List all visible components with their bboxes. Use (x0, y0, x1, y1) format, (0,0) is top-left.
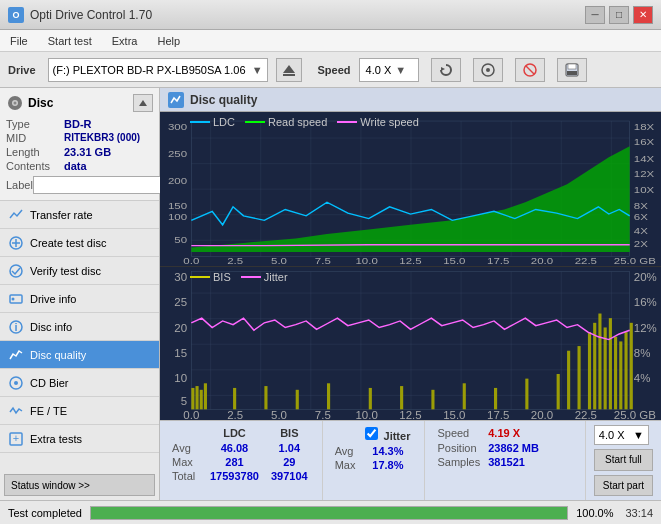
legend-ldc: LDC (190, 116, 235, 128)
svg-text:5: 5 (181, 395, 187, 406)
sidebar-item-extra-tests[interactable]: + Extra tests (0, 425, 159, 453)
menu-file[interactable]: File (4, 33, 34, 49)
eject-button[interactable] (276, 58, 302, 82)
svg-text:250: 250 (168, 148, 187, 159)
nav-item-disc-info-label: Disc info (30, 321, 72, 333)
svg-point-17 (10, 265, 22, 277)
svg-rect-56 (191, 271, 629, 409)
disc-type-key: Type (6, 118, 64, 130)
speed-label: Speed (318, 64, 351, 76)
close-button[interactable]: ✕ (633, 6, 653, 24)
disc-info-icon: i (8, 319, 24, 335)
svg-text:18X: 18X (634, 121, 654, 132)
disc-label-row: Label ⭐ (6, 176, 153, 194)
svg-rect-78 (609, 318, 612, 409)
svg-text:300: 300 (168, 121, 187, 132)
disc-contents-key: Contents (6, 160, 64, 172)
status-window-button[interactable]: Status window >> (4, 474, 155, 496)
menu-extra[interactable]: Extra (106, 33, 144, 49)
disc-length-row: Length 23.31 GB (6, 146, 153, 158)
disc-contents-row: Contents data (6, 160, 153, 172)
speed-position-stats: Speed 4.19 X Position 23862 MB Samples 3… (424, 421, 551, 500)
sidebar-item-verify-test-disc[interactable]: Verify test disc (0, 257, 159, 285)
disc-options-button[interactable] (133, 94, 153, 112)
speed-select[interactable]: 4.0 X ▼ (359, 58, 419, 82)
svg-text:25.0 GB: 25.0 GB (614, 409, 656, 420)
svg-text:2.5: 2.5 (227, 254, 243, 265)
svg-text:16X: 16X (634, 136, 654, 147)
sidebar-item-cd-bier[interactable]: CD Bier (0, 369, 159, 397)
nav-item-cd-bier-label: CD Bier (30, 377, 69, 389)
sidebar-item-fe-te[interactable]: FE / TE (0, 397, 159, 425)
svg-text:0.0: 0.0 (183, 254, 199, 265)
svg-rect-79 (614, 336, 617, 409)
samples-val: 381521 (484, 455, 543, 469)
svg-rect-72 (567, 350, 570, 409)
transfer-rate-icon (8, 207, 24, 223)
jitter-max-val: 17.8% (359, 458, 416, 472)
progress-bar-container (90, 506, 568, 520)
charts: LDC Read speed Write speed (160, 112, 661, 420)
jitter-checkbox-cell[interactable]: Jitter (359, 425, 416, 444)
sidebar-item-disc-quality[interactable]: Disc quality (0, 341, 159, 369)
cd-bier-icon (8, 375, 24, 391)
jitter-checkbox[interactable] (365, 427, 378, 440)
disc-quality-icon (8, 347, 24, 363)
nav-items: Transfer rate Create test disc Verify te… (0, 201, 159, 453)
status-window-area: Status window >> (0, 470, 159, 500)
speed-selector[interactable]: 4.0 X ▼ (594, 425, 649, 445)
svg-point-4 (486, 68, 490, 72)
sidebar-item-drive-info[interactable]: Drive info (0, 285, 159, 313)
nav-item-drive-info-label: Drive info (30, 293, 76, 305)
start-full-button[interactable]: Start full (594, 449, 653, 471)
main-content: Disc Type BD-R MID RITEKBR3 (000) Length… (0, 88, 661, 500)
status-text: Test completed (8, 507, 82, 519)
jitter-max-row: Max 17.8% (331, 458, 417, 472)
legend-read-speed-label: Read speed (268, 116, 327, 128)
drive-bar: Drive (F:) PLEXTOR BD-R PX-LB950SA 1.06 … (0, 52, 661, 88)
jitter-avg-row: Avg 14.3% (331, 444, 417, 458)
app-icon: O (8, 7, 24, 23)
svg-rect-63 (296, 389, 299, 409)
svg-text:10: 10 (174, 372, 187, 383)
svg-rect-80 (619, 341, 622, 409)
stats-max-row: Max 281 29 (168, 455, 314, 469)
start-part-button[interactable]: Start part (594, 475, 653, 497)
disc-contents-val: data (64, 160, 87, 172)
save-icon-button[interactable] (557, 58, 587, 82)
sidebar-item-transfer-rate[interactable]: Transfer rate (0, 201, 159, 229)
svg-rect-70 (525, 378, 528, 409)
erase-icon-button[interactable] (515, 58, 545, 82)
svg-text:200: 200 (168, 175, 187, 186)
svg-marker-2 (441, 67, 445, 71)
drive-dropdown-arrow: ▼ (252, 64, 263, 76)
disc-icon-button[interactable] (473, 58, 503, 82)
disc-label-input[interactable] (33, 176, 166, 194)
nav-item-create-disc-label: Create test disc (30, 237, 106, 249)
nav-item-fe-te-label: FE / TE (30, 405, 67, 417)
top-chart-svg: 300 250 200 150 100 50 18X 16X 14X 12X 1… (160, 112, 661, 266)
total-ldc-val: 17593780 (204, 469, 265, 483)
svg-text:2.5: 2.5 (227, 409, 243, 420)
sidebar-item-disc-info[interactable]: i Disc info (0, 313, 159, 341)
menu-start-test[interactable]: Start test (42, 33, 98, 49)
maximize-button[interactable]: □ (609, 6, 629, 24)
menu-help[interactable]: Help (151, 33, 186, 49)
svg-rect-66 (400, 386, 403, 409)
svg-text:8X: 8X (634, 199, 648, 210)
sidebar-item-create-test-disc[interactable]: Create test disc (0, 229, 159, 257)
drive-select[interactable]: (F:) PLEXTOR BD-R PX-LB950SA 1.06 ▼ (48, 58, 268, 82)
menu-bar: File Start test Extra Help (0, 30, 661, 52)
save-icon (565, 63, 579, 77)
stats-avg-row: Avg 46.08 1.04 (168, 441, 314, 455)
svg-text:4X: 4X (634, 225, 648, 236)
refresh-button[interactable] (431, 58, 461, 82)
avg-ldc-val: 46.08 (204, 441, 265, 455)
stats-total-row: Total 17593780 397104 (168, 469, 314, 483)
svg-text:10X: 10X (634, 184, 654, 195)
svg-text:17.5: 17.5 (487, 409, 509, 420)
svg-text:25: 25 (174, 296, 187, 307)
quality-panel-icon (168, 92, 184, 108)
minimize-button[interactable]: ─ (585, 6, 605, 24)
svg-rect-73 (578, 346, 581, 409)
